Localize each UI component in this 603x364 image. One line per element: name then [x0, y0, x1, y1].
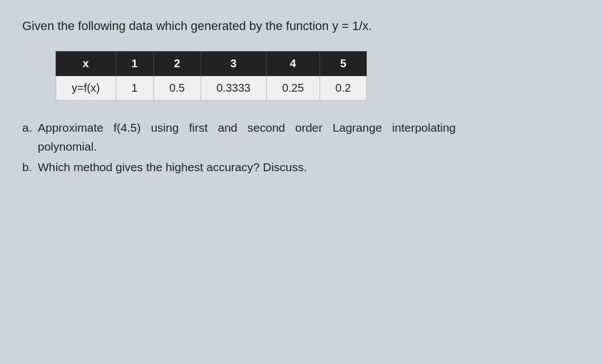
table-header-1: 1 [116, 52, 153, 76]
table-cell-v2: 0.5 [153, 76, 201, 101]
table-cell-label: y=f(x) [56, 76, 116, 101]
table-cell-v5: 0.2 [320, 76, 367, 101]
table-cell-v4: 0.25 [266, 76, 320, 101]
table-cell-v3: 0.3333 [201, 76, 266, 101]
question-b: b. Which method gives the highest accura… [22, 158, 456, 177]
intro-paragraph: Given the following data which generated… [22, 17, 456, 36]
table-header-4: 4 [266, 52, 320, 76]
question-b-body: Which method gives the highest accuracy?… [38, 158, 307, 177]
question-a: a. Approximate f(4.5) using first and se… [22, 118, 456, 156]
table-header-2: 2 [153, 52, 201, 76]
questions-section: a. Approximate f(4.5) using first and se… [22, 118, 456, 177]
question-a-body: Approximate f(4.5) using first and secon… [38, 118, 456, 156]
question-b-label: b. [22, 158, 38, 177]
main-content: Given the following data which generated… [22, 17, 456, 179]
table-data-row: y=f(x) 1 0.5 0.3333 0.25 0.2 [56, 76, 367, 101]
table-cell-v1: 1 [116, 76, 153, 101]
table-header-row: x 1 2 3 4 5 [56, 52, 367, 76]
data-table-container: x 1 2 3 4 5 y=f(x) 1 0.5 0.3333 0.25 0.2 [56, 51, 456, 101]
table-header-5: 5 [320, 52, 367, 76]
question-a-label: a. [22, 118, 38, 137]
data-table: x 1 2 3 4 5 y=f(x) 1 0.5 0.3333 0.25 0.2 [56, 51, 367, 101]
table-header-x: x [56, 52, 116, 76]
table-header-3: 3 [201, 52, 266, 76]
